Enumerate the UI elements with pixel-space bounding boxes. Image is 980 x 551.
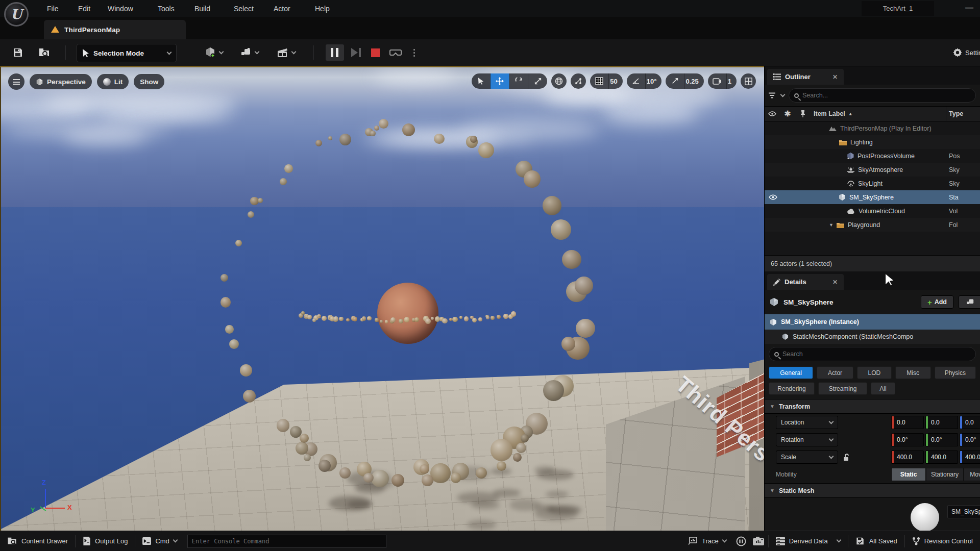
favorite-column-icon[interactable]: ✱ [780,109,795,118]
grid-snap-toggle[interactable] [590,73,609,89]
save-button[interactable] [9,44,27,61]
step-frame-button[interactable] [347,44,364,61]
trace-dropdown[interactable]: Trace [681,531,733,551]
scale-snap-toggle[interactable] [666,73,684,89]
outliner-row-level[interactable]: ThirdPersonMap (Play In Editor) [765,121,980,135]
snapshot-button[interactable] [749,531,768,551]
rotation-z-field[interactable]: 0.0° [960,433,980,446]
tab-level[interactable]: ThirdPersonMap [44,20,186,39]
blueprints-dropdown[interactable] [236,44,263,61]
expander-icon[interactable]: ▼ [829,222,834,228]
add-component-button[interactable]: + Add [921,295,953,309]
cinematics-dropdown[interactable] [272,44,300,61]
scale-y-field[interactable]: 400.0 [925,450,958,464]
menu-file[interactable]: File [42,0,64,17]
close-icon[interactable]: ✕ [832,279,838,286]
menu-select[interactable]: Select [229,0,259,17]
browse-content-button[interactable] [36,44,53,61]
mobility-movable-button[interactable]: Movable [964,468,980,481]
play-options-kebab-icon[interactable] [407,44,421,61]
insights-pause-button[interactable] [733,531,749,551]
menu-window[interactable]: Window [103,0,138,17]
mobility-stationary-button[interactable]: Stationary [926,468,964,481]
minimize-button[interactable]: — [962,0,977,15]
rotate-tool-button[interactable] [509,73,528,89]
category-physics[interactable]: Physics [935,366,976,379]
content-drawer-button[interactable]: Content Drawer [0,531,75,551]
rotation-y-field[interactable]: 0.0° [925,433,958,446]
transform-section-header[interactable]: ▼ Transform [765,399,980,414]
blueprint-convert-button[interactable] [959,295,980,309]
pin-column-icon[interactable] [795,110,811,117]
revision-control-button[interactable]: Revision Control [905,531,980,551]
outliner-row-sm-skysphere[interactable]: SM_SkySphere Sta [765,190,980,204]
perspective-dropdown[interactable]: Perspective [30,74,92,89]
category-all[interactable]: All [871,382,895,395]
vr-mode-button[interactable] [386,44,405,61]
static-mesh-section-header[interactable]: ▼ Static Mesh [765,483,980,498]
selection-mode-dropdown[interactable]: Selection Mode [77,44,177,62]
filter-chevron-icon[interactable] [780,92,786,97]
camera-speed-value[interactable]: 1 [727,73,737,89]
rotation-x-field[interactable]: 0.0° [891,433,924,446]
details-search-input[interactable] [782,350,970,358]
show-dropdown[interactable]: Show [134,74,164,89]
scale-tool-button[interactable] [528,73,547,89]
location-dropdown[interactable]: Location [776,416,838,429]
details-search[interactable] [769,347,976,361]
outliner-row-skylight[interactable]: SkyLight Sky [765,177,980,190]
viewport-menu-button[interactable] [8,73,24,90]
rotation-snap-value[interactable]: 10° [646,73,662,89]
category-rendering[interactable]: Rendering [769,382,815,395]
quick-add-dropdown[interactable] [200,44,228,61]
category-general[interactable]: General [769,366,813,379]
scale-x-field[interactable]: 400.0 [891,450,924,464]
location-z-field[interactable]: 0.0 [960,416,980,429]
rotation-dropdown[interactable]: Rotation [776,433,838,446]
pause-button[interactable] [326,44,344,61]
outliner-search-input[interactable] [802,92,970,99]
grid-snap-value[interactable]: 50 [609,73,622,89]
menu-edit[interactable]: Edit [73,0,95,17]
category-actor[interactable]: Actor [817,366,853,379]
outliner-row-skyatmosphere[interactable]: SkyAtmosphere Sky [765,163,980,177]
rotation-snap-toggle[interactable] [627,73,646,89]
tab-outliner[interactable]: Outliner ✕ [767,69,844,85]
outliner-column-header[interactable]: ✱ Item Label ▲ Type [765,106,980,121]
lit-dropdown[interactable]: Lit [97,74,129,89]
details-instance-row[interactable]: SM_SkySphere (Instance) [765,314,980,330]
outliner-row-postprocessvolume[interactable]: PostProcessVolume Pos [765,149,980,163]
console-command-bar[interactable] [187,535,386,548]
column-type-label[interactable]: Type [949,110,963,117]
menu-help[interactable]: Help [310,0,335,17]
category-streaming[interactable]: Streaming [818,382,867,395]
scale-z-field[interactable]: 400.0 [960,450,980,464]
level-viewport[interactable]: Third Perso Perspective Lit Show [0,66,764,531]
static-mesh-thumbnail[interactable] [911,503,939,531]
unlock-icon[interactable] [843,454,850,461]
move-tool-button[interactable] [491,73,509,89]
tab-details[interactable]: Details ✕ [767,274,844,290]
outliner-row-playground-folder[interactable]: ▼ Playground Fol [765,218,980,232]
world-local-toggle[interactable] [551,73,567,89]
filter-icon[interactable] [769,92,777,98]
outliner-row-volumetriccloud[interactable]: VolumetricCloud Vol [765,204,980,218]
outliner-search[interactable] [789,88,976,103]
select-tool-button[interactable] [472,73,491,89]
outliner-row-lighting-folder[interactable]: Lighting [765,135,980,149]
scale-dropdown[interactable]: Scale [776,450,838,464]
category-lod[interactable]: LOD [857,366,892,379]
location-x-field[interactable]: 0.0 [891,416,924,429]
category-misc[interactable]: Misc [895,366,931,379]
column-item-label[interactable]: Item Label [814,110,845,117]
location-y-field[interactable]: 0.0 [925,416,958,429]
settings-button[interactable]: Settings [953,44,980,61]
scale-snap-value[interactable]: 0.25 [684,73,703,89]
cmd-dropdown[interactable]: Cmd [135,531,184,551]
menu-tools[interactable]: Tools [153,0,180,17]
stop-button[interactable] [366,44,384,61]
static-mesh-asset-field[interactable]: SM_SkySphere [947,505,980,518]
visible-eye-icon[interactable] [769,194,777,200]
unreal-logo-icon[interactable]: U [4,2,29,27]
camera-speed-toggle[interactable] [708,73,727,89]
